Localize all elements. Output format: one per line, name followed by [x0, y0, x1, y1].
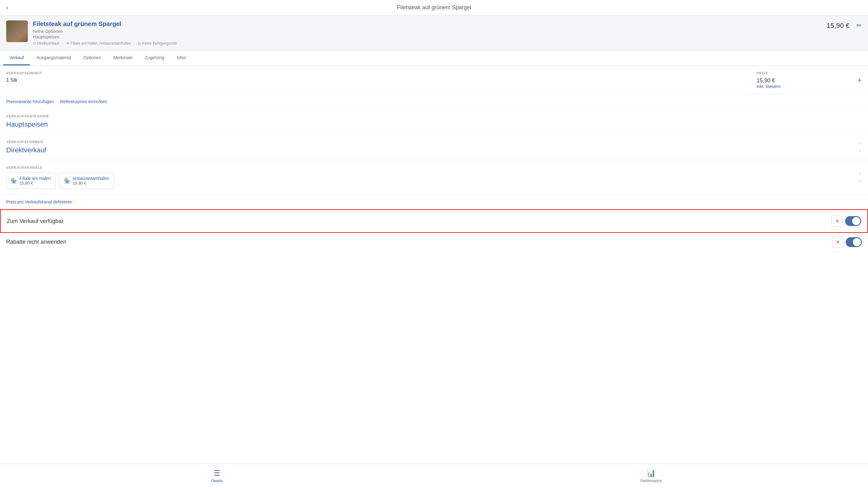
- top-bar: ‹ Filetsteak auf grünem Spargel: [0, 0, 868, 16]
- tab-navigation: Verkauf Ausgangsmaterial Optionen Merkma…: [0, 51, 868, 66]
- tag-sep-1: ·: [62, 41, 63, 45]
- zum-verkauf-clear-button[interactable]: ✕: [832, 215, 843, 227]
- product-category-header: Hauptspeisen: [33, 34, 862, 39]
- verkaufskanaele-section: VERKAUFSKANÄLE 🏪 Filiale am Hafen 15,90 …: [0, 160, 868, 195]
- product-image: [6, 21, 28, 42]
- rabatte-label: Rabatte nicht anwenden: [6, 239, 832, 245]
- product-info: Filetsteak auf grünem Spargel Keine Opti…: [33, 21, 862, 45]
- kanaele-chevron-down-icon: ⌄: [858, 178, 862, 183]
- verkaufseinheit-value: 1 Stk: [6, 78, 744, 83]
- edit-button[interactable]: ✏: [857, 22, 862, 29]
- verkaufsformen-label: VERKAUFSFORMEN: [6, 140, 862, 144]
- define-price-row: Preis pro Verkaufskanal definieren: [0, 195, 868, 209]
- product-tag-direktverkauf: ⊙ Direktverkauf: [33, 41, 59, 45]
- chevron-up-icon: ⌃: [858, 142, 862, 147]
- filiale-icon: ❄: [66, 41, 69, 45]
- kanal-chips-container: 🏪 Filiale am Hafen 15,90 € 🏪 restauranta…: [6, 173, 862, 189]
- verkaufskategorie-label: VERKAUFSKATEGORIE: [6, 114, 862, 118]
- rabatte-clear-button[interactable]: ✕: [832, 237, 843, 248]
- referenzpreis-link[interactable]: Referenzpreis einrichten: [60, 99, 107, 104]
- verkaufseinheit-section: VERKAUFSEINHEIT 1 Stk: [0, 66, 750, 94]
- filiale-label: Filiale am Hafen, restaurantamhafen: [70, 41, 131, 45]
- verkaufskategorie-section: VERKAUFSKATEGORIE Hauptspeisen: [0, 109, 868, 134]
- kanal-restaurant-icon: 🏪: [64, 178, 70, 184]
- zum-verkauf-controls: ✕: [832, 215, 861, 227]
- fertigung-icon: ⊙: [138, 41, 141, 45]
- fertigung-label: Keine Fertigungsorte: [142, 41, 177, 45]
- product-subtitle: Keine Optionen: [33, 29, 862, 34]
- zum-verkauf-toggle[interactable]: [845, 216, 861, 226]
- direktverkauf-icon: ⊙: [33, 41, 36, 45]
- product-price-header: 15,90 €: [827, 22, 849, 30]
- tab-infos[interactable]: Infos: [170, 51, 192, 65]
- tab-optionen[interactable]: Optionen: [78, 51, 107, 65]
- kanal-restaurant-price: 15,90 €: [73, 181, 109, 185]
- product-tag-filiale: ❄ Filiale am Hafen, restaurantamhafen: [66, 41, 131, 45]
- verkaufskategorie-value[interactable]: Hauptspeisen: [6, 120, 862, 128]
- performance-label: Performance: [641, 479, 662, 483]
- define-price-link[interactable]: Preis pro Verkaufskanal definieren: [6, 200, 72, 204]
- kanal-filiale-price: 15,90 €: [20, 181, 51, 185]
- kanal-filiale-icon: 🏪: [11, 178, 17, 184]
- verkaufseinheit-label: VERKAUFSEINHEIT: [6, 71, 744, 75]
- bottom-nav-performance[interactable]: 📊 Performance: [434, 466, 868, 486]
- verkaufskanaele-label: VERKAUFSKANÄLE: [6, 166, 862, 170]
- product-tag-fertigung: ⊙ Keine Fertigungsorte: [138, 41, 177, 45]
- kanal-chip-filiale[interactable]: 🏪 Filiale am Hafen 15,90 €: [6, 173, 56, 189]
- link-separator: ·: [56, 99, 58, 104]
- verkaufsformen-value[interactable]: Direktverkauf: [6, 146, 862, 154]
- bottom-nav-details[interactable]: ☰ Details: [0, 466, 434, 486]
- tab-merkmale[interactable]: Merkmale: [107, 51, 138, 65]
- tab-zugehoerig[interactable]: Zugehörig: [139, 51, 170, 65]
- zum-verkauf-label: Zum Verkauf verfügbar: [7, 218, 832, 224]
- kanal-filiale-name: Filiale am Hafen: [20, 176, 51, 181]
- product-tags: ⊙ Direktverkauf · ❄ Filiale am Hafen, re…: [33, 41, 862, 45]
- details-icon: ☰: [214, 469, 220, 478]
- product-name: Filetsteak auf grünem Spargel: [33, 21, 862, 28]
- kanal-restaurant-name: restaurantamhafen: [73, 176, 109, 181]
- preis-value: 15,90 €: [756, 78, 862, 84]
- price-links-row: Preisvariante hinzufügen · Referenzpreis…: [0, 95, 868, 109]
- rabatte-toggle[interactable]: [846, 237, 862, 247]
- product-header: Filetsteak auf grünem Spargel Keine Opti…: [0, 16, 868, 51]
- kanal-filiale-info: Filiale am Hafen 15,90 €: [20, 176, 51, 185]
- kanaele-chevron-up-icon: ⌃: [858, 172, 862, 177]
- preis-section: PREIS 15,90 € inkl. Steuern +: [750, 66, 868, 94]
- direktverkauf-label: Direktverkauf: [37, 41, 59, 45]
- details-label: Details: [211, 479, 223, 483]
- back-button[interactable]: ‹: [6, 4, 8, 12]
- bottom-navigation: ☰ Details 📊 Performance: [0, 463, 868, 488]
- main-content: VERKAUFSEINHEIT 1 Stk PREIS 15,90 € inkl…: [0, 66, 868, 463]
- rabatte-controls: ✕: [832, 237, 862, 248]
- preisvariante-link[interactable]: Preisvariante hinzufügen: [6, 99, 54, 104]
- tab-verkauf[interactable]: Verkauf: [3, 51, 30, 65]
- kanal-chip-restaurant[interactable]: 🏪 restaurantamhafen 15,90 €: [59, 173, 114, 189]
- kanal-restaurant-info: restaurantamhafen 15,90 €: [73, 176, 109, 185]
- verkaufskanaele-chevron[interactable]: ⌃ ⌄: [858, 172, 862, 183]
- performance-icon: 📊: [646, 469, 656, 478]
- preis-tax: inkl. Steuern: [756, 84, 862, 89]
- verkaufsformen-section: VERKAUFSFORMEN Direktverkauf ⌃ ⌄: [0, 134, 868, 160]
- chevron-down-icon: ⌄: [858, 147, 862, 152]
- zum-verkauf-verfuegbar-row: Zum Verkauf verfügbar ✕: [0, 209, 868, 233]
- tab-ausgangsmaterial[interactable]: Ausgangsmaterial: [30, 51, 77, 65]
- rabatte-row: Rabatte nicht anwenden ✕: [0, 233, 868, 251]
- tag-sep-2: ·: [134, 41, 135, 45]
- top-bar-title: Filetsteak auf grünem Spargel: [397, 4, 471, 11]
- price-section: VERKAUFSEINHEIT 1 Stk PREIS 15,90 € inkl…: [0, 66, 868, 95]
- add-price-button[interactable]: +: [858, 76, 862, 85]
- verkaufsformen-chevron[interactable]: ⌃ ⌄: [858, 142, 862, 152]
- preis-label: PREIS: [756, 71, 862, 75]
